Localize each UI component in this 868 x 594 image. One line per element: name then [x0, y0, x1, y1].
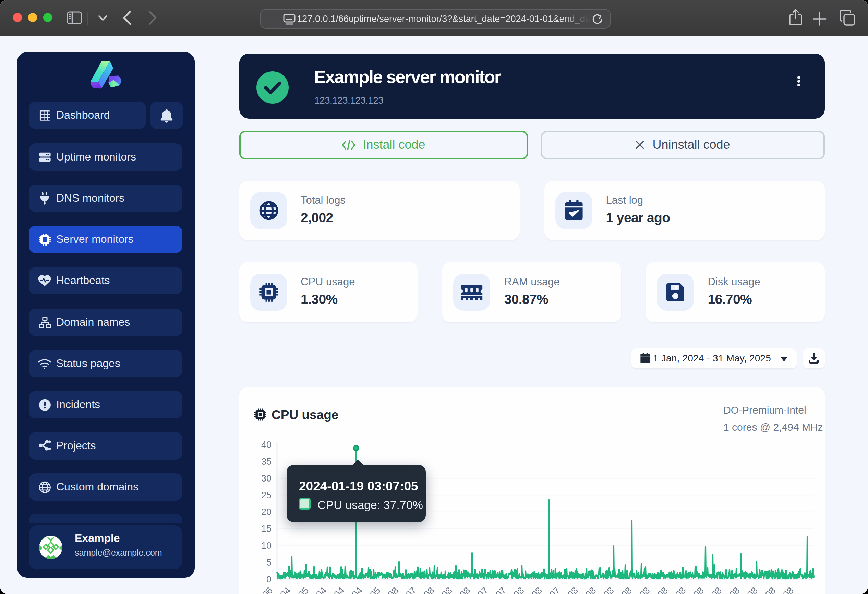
svg-text:15: 15: [261, 523, 271, 533]
svg-text:2024-01-06: 2024-01-06: [239, 585, 274, 594]
svg-text:40: 40: [261, 439, 271, 450]
svg-text:20: 20: [261, 507, 271, 517]
svg-text:35: 35: [261, 456, 271, 466]
svg-text:25: 25: [261, 490, 271, 500]
svg-text:30: 30: [261, 473, 271, 483]
svg-text:0: 0: [266, 574, 271, 584]
svg-text:5: 5: [266, 557, 271, 567]
svg-text:10: 10: [261, 540, 271, 550]
